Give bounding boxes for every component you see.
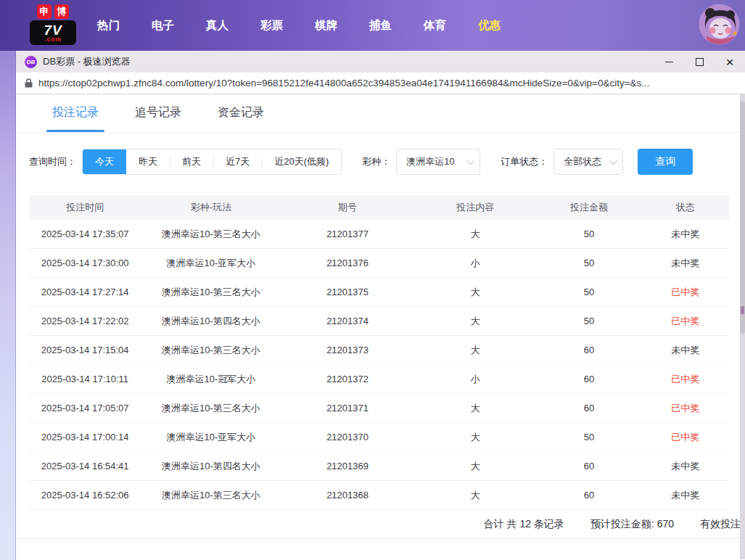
column-header: 彩种-玩法 — [141, 201, 281, 214]
close-icon[interactable] — [715, 51, 745, 73]
cell-content: 小 — [414, 373, 537, 386]
cell-time: 2025-03-14 17:30:00 — [29, 258, 141, 268]
logo-badges: 申 博 — [37, 4, 69, 19]
time-filter-group: 今天昨天前天近7天近20天(低频) — [82, 149, 342, 175]
site-logo[interactable]: 申 博 7V .com — [28, 4, 78, 45]
cell-play: 澳洲幸运10-冠军大小 — [141, 373, 281, 386]
tab-bet-records[interactable]: 投注记录 — [51, 105, 100, 132]
tab-bar: 投注记录追号记录资金记录 — [16, 94, 745, 133]
time-option[interactable]: 昨天 — [126, 149, 170, 174]
time-option[interactable]: 近7天 — [213, 149, 262, 174]
time-option[interactable]: 今天 — [83, 149, 126, 174]
table-row: 2025-03-14 17:22:02澳洲幸运10-第四名大小21201374大… — [29, 307, 729, 336]
table-row: 2025-03-14 17:27:14澳洲幸运10-第三名大小21201375大… — [29, 278, 729, 307]
cell-play: 澳洲幸运10-第三名大小 — [141, 344, 281, 357]
chevron-down-icon — [609, 157, 617, 165]
column-header: 投注内容 — [414, 201, 537, 214]
cell-amount: 50 — [537, 432, 642, 442]
tab-fund-records[interactable]: 资金记录 — [216, 105, 266, 132]
cell-time: 2025-03-14 17:35:07 — [29, 228, 141, 239]
nav-item[interactable]: 棋牌 — [304, 18, 348, 33]
table-row: 2025-03-14 17:00:14澳洲幸运10-亚军大小21201370大5… — [29, 423, 729, 452]
cell-time: 2025-03-14 16:54:41 — [29, 461, 141, 472]
scrollbar-mark — [741, 306, 744, 314]
logo-badge-1: 申 — [37, 4, 52, 19]
search-button[interactable]: 查询 — [638, 149, 693, 175]
cell-status: 未中奖 — [641, 257, 729, 270]
time-option[interactable]: 近20天(低频) — [262, 149, 341, 174]
column-header: 期号 — [281, 201, 413, 214]
summary-valid-amount: 有效投注金额 — [700, 518, 745, 531]
table-row: 2025-03-14 17:35:07澳洲幸运10-第三名大小21201377大… — [29, 220, 729, 249]
lock-icon[interactable] — [25, 78, 33, 88]
cell-amount: 50 — [537, 228, 642, 239]
nav-item[interactable]: 真人 — [195, 18, 239, 33]
cell-period: 21201373 — [281, 345, 413, 355]
nav-item[interactable]: 电子 — [141, 18, 185, 33]
cell-period: 21201372 — [281, 374, 413, 384]
cell-period: 21201375 — [281, 287, 413, 297]
minimize-icon[interactable] — [654, 51, 684, 73]
cell-play: 澳洲幸运10-亚军大小 — [141, 257, 281, 270]
logo-badge-2: 博 — [54, 4, 69, 19]
cell-period: 21201370 — [281, 432, 413, 442]
cell-content: 小 — [414, 257, 537, 270]
cell-play: 澳洲幸运10-第三名大小 — [141, 228, 281, 241]
avatar-illustration — [699, 4, 740, 45]
cell-play: 澳洲幸运10-第三名大小 — [141, 402, 281, 415]
cell-amount: 50 — [537, 258, 642, 268]
column-header: 投注金额 — [537, 201, 642, 214]
cell-period: 21201368 — [281, 490, 413, 501]
cell-amount: 60 — [537, 461, 642, 472]
tab-chase-records[interactable]: 追号记录 — [133, 105, 183, 132]
cell-play: 澳洲幸运10-第四名大小 — [141, 460, 281, 473]
page-scrollbar[interactable] — [740, 94, 745, 559]
cell-content: 大 — [414, 315, 537, 328]
cell-status: 已中奖 — [641, 373, 729, 386]
desktop-background: { "siteHeader": { "logo": { "badge1": "申… — [0, 0, 745, 560]
cell-status: 未中奖 — [641, 228, 729, 241]
time-option[interactable]: 前天 — [170, 149, 213, 174]
cell-time: 2025-03-14 17:27:14 — [29, 287, 141, 297]
cell-time: 2025-03-14 17:05:07 — [29, 403, 141, 413]
browser-urlbar[interactable]: https://ctop02pchwp1.zfnc84.com/lottery/… — [16, 73, 745, 94]
maximize-icon[interactable] — [684, 51, 715, 73]
nav-item[interactable]: 捕鱼 — [358, 18, 403, 33]
cell-content: 大 — [414, 431, 537, 444]
table-row: 2025-03-14 17:10:11澳洲幸运10-冠军大小21201372小6… — [29, 365, 729, 394]
nav-item[interactable]: 优惠 — [467, 18, 511, 33]
cell-play: 澳洲幸运10-亚军大小 — [141, 431, 281, 444]
cell-content: 大 — [414, 286, 537, 299]
cell-content: 大 — [414, 460, 537, 473]
browser-window: DB DB彩票 - 极速浏览器 https://ctop02pchwp1.zfn… — [16, 51, 745, 560]
cell-play: 澳洲幸运10-第三名大小 — [141, 286, 281, 299]
column-header: 状态 — [641, 201, 729, 214]
logo-suffix-text: .com — [44, 36, 61, 43]
lottery-select[interactable]: 澳洲幸运10 — [396, 149, 480, 175]
table-row: 2025-03-14 16:52:06澳洲幸运10-第三名大小21201368大… — [29, 481, 729, 510]
window-controls — [654, 51, 745, 73]
cell-amount: 50 — [537, 316, 642, 326]
browser-titlebar: DB DB彩票 - 极速浏览器 — [16, 51, 745, 73]
cell-content: 大 — [414, 344, 537, 357]
cell-status: 未中奖 — [641, 460, 729, 473]
cell-status: 已中奖 — [641, 315, 729, 328]
table-body: 2025-03-14 17:35:07澳洲幸运10-第三名大小21201377大… — [29, 220, 729, 510]
nav-item[interactable]: 热门 — [86, 18, 131, 33]
nav-item[interactable]: 体育 — [413, 18, 457, 33]
nav-item[interactable]: 彩票 — [250, 18, 294, 33]
cell-time: 2025-03-14 17:15:04 — [29, 345, 141, 355]
url-text[interactable]: https://ctop02pchwp1.zfnc84.com/lottery/… — [38, 78, 650, 88]
cell-amount: 60 — [537, 374, 642, 384]
user-avatar[interactable] — [699, 4, 740, 45]
page-content: 投注记录追号记录资金记录 查询时间： 今天昨天前天近7天近20天(低频) 彩种：… — [16, 94, 745, 559]
table-row: 2025-03-14 17:15:04澳洲幸运10-第三名大小21201373大… — [29, 336, 729, 365]
filter-bar: 查询时间： 今天昨天前天近7天近20天(低频) 彩种： 澳洲幸运10 订单状态：… — [29, 149, 745, 175]
order-status-select[interactable]: 全部状态 — [553, 149, 623, 175]
site-header: 申 博 7V .com 热门电子真人彩票棋牌捕鱼体育优惠 — [0, 0, 745, 51]
site-nav: 热门电子真人彩票棋牌捕鱼体育优惠 — [81, 18, 516, 33]
order-status-value: 全部状态 — [564, 155, 601, 168]
cell-content: 大 — [414, 402, 537, 415]
scrollbar-thumb[interactable] — [740, 102, 745, 334]
browser-favicon-icon: DB — [25, 56, 37, 68]
